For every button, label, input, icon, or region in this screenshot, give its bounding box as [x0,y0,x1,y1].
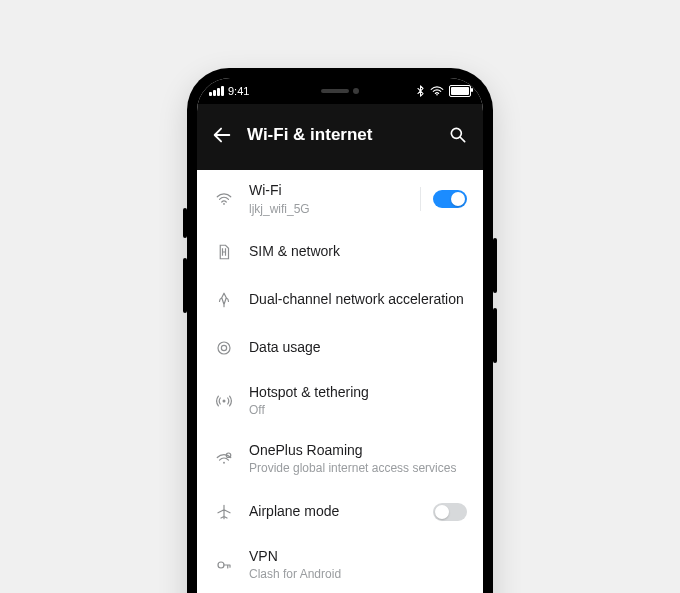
wifi-toggle[interactable] [433,190,467,208]
list-item-text: SIM & network [249,243,467,261]
list-item-label: Airplane mode [249,503,417,521]
settings-list: Wi‑Fi ljkj_wifi_5G SIM & network [197,170,483,593]
list-item-text: Hotspot & tethering Off [249,384,467,418]
list-item-wifi[interactable]: Wi‑Fi ljkj_wifi_5G [197,170,483,228]
airplane-toggle[interactable] [433,503,467,521]
svg-point-0 [436,94,438,96]
list-item-text: Data usage [249,339,467,357]
list-item-label: Dual‑channel network acceleration [249,291,467,309]
app-header: Wi‑Fi & internet [197,104,483,170]
screen: 9:41 Wi‑Fi & internet [197,78,483,593]
bluetooth-icon [416,85,425,97]
camera-icon [353,88,359,94]
rocket-icon [215,291,233,309]
search-button[interactable] [447,124,469,146]
list-item-text: Dual‑channel network acceleration [249,291,467,309]
list-item-text: OnePlus Roaming Provide global internet … [249,442,467,476]
wifi-status-icon [430,86,444,96]
list-item-sub: Provide global internet access services [249,461,467,475]
svg-point-3 [218,342,230,354]
speaker [321,89,349,93]
side-button [493,238,497,293]
list-item-label: Data usage [249,339,467,357]
side-button [493,308,497,363]
battery-icon [449,85,471,97]
list-item-sim[interactable]: SIM & network [197,228,483,276]
list-item-label: VPN [249,548,467,566]
list-item-text: Airplane mode [249,503,417,521]
svg-point-5 [223,399,226,402]
data-usage-icon [215,339,233,357]
list-item-label: SIM & network [249,243,467,261]
status-time: 9:41 [228,85,249,97]
signal-icon [209,86,224,96]
side-button [183,208,187,238]
airplane-icon [215,503,233,521]
phone-frame: 9:41 Wi‑Fi & internet [187,68,493,593]
list-item-label: Hotspot & tethering [249,384,467,402]
list-item-label: OnePlus Roaming [249,442,467,460]
list-item-data-usage[interactable]: Data usage [197,324,483,372]
roaming-icon [215,450,233,468]
wifi-icon [215,190,233,208]
notch [292,78,388,104]
svg-point-4 [221,345,226,350]
sim-icon [215,243,233,261]
vpn-icon [215,556,233,574]
stage: 9:41 Wi‑Fi & internet [0,0,680,593]
svg-point-6 [223,462,225,464]
divider [420,187,421,211]
side-button [183,258,187,313]
hotspot-icon [215,392,233,410]
page-title: Wi‑Fi & internet [247,125,433,145]
svg-point-1 [451,128,461,138]
list-item-roaming[interactable]: OnePlus Roaming Provide global internet … [197,430,483,488]
list-item-label: Wi‑Fi [249,182,404,200]
list-item-dual-channel[interactable]: Dual‑channel network acceleration [197,276,483,324]
back-button[interactable] [211,124,233,146]
list-item-sub: ljkj_wifi_5G [249,202,404,216]
list-item-sub: Off [249,403,467,417]
svg-point-8 [218,562,224,568]
list-item-text: Wi‑Fi ljkj_wifi_5G [249,182,404,216]
list-item-text: VPN Clash for Android [249,548,467,582]
status-left: 9:41 [203,85,299,97]
status-right [381,85,477,97]
list-item-hotspot[interactable]: Hotspot & tethering Off [197,372,483,430]
list-item-airplane[interactable]: Airplane mode [197,488,483,536]
list-item-sub: Clash for Android [249,567,467,581]
svg-point-2 [223,203,225,205]
list-item-vpn[interactable]: VPN Clash for Android [197,536,483,593]
